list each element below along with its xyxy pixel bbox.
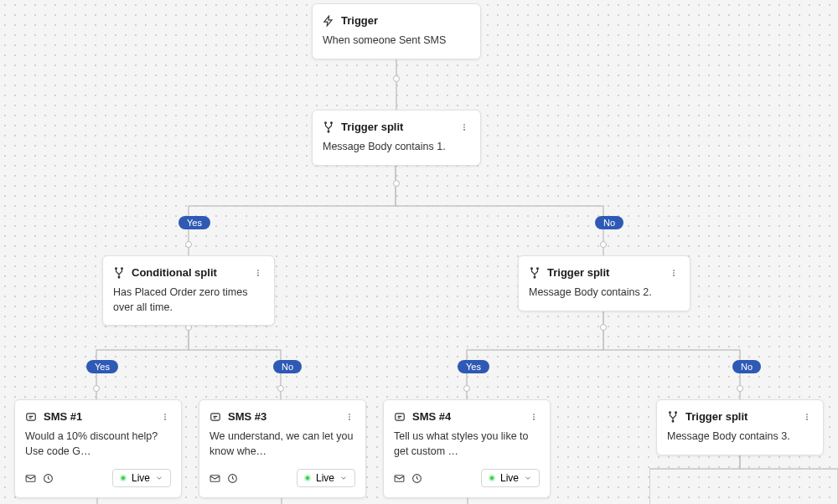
- more-icon[interactable]: [668, 267, 680, 279]
- split-icon: [667, 411, 679, 423]
- sms-icon: [394, 411, 406, 423]
- svg-point-13: [257, 270, 259, 271]
- svg-point-4: [325, 121, 327, 123]
- svg-point-40: [670, 411, 671, 413]
- svg-point-19: [673, 270, 675, 271]
- badge-yes: Yes: [86, 360, 118, 373]
- port: [600, 241, 607, 248]
- more-icon[interactable]: [528, 411, 540, 423]
- svg-point-23: [164, 414, 166, 415]
- svg-point-29: [349, 414, 350, 415]
- svg-point-11: [122, 267, 123, 269]
- svg-point-37: [533, 419, 535, 420]
- chevron-down-icon: [339, 474, 348, 482]
- svg-point-25: [164, 419, 166, 420]
- mail-icon: [25, 473, 36, 484]
- more-icon[interactable]: [458, 121, 470, 133]
- lightning-icon: [323, 15, 334, 27]
- node-desc: Tell us what styles you like to get cust…: [394, 429, 540, 459]
- status-label: Live: [500, 472, 519, 484]
- svg-point-20: [673, 272, 675, 274]
- sms-node[interactable]: SMS #1 Would a 10% discount help? Use co…: [14, 399, 182, 498]
- svg-point-42: [672, 420, 674, 422]
- status-dot: [489, 475, 495, 481]
- more-icon[interactable]: [801, 411, 813, 423]
- node-title: Trigger split: [341, 121, 452, 133]
- svg-point-16: [531, 267, 533, 269]
- node-title: Conditional split: [132, 266, 246, 279]
- svg-point-7: [463, 124, 465, 126]
- split-icon: [323, 121, 334, 133]
- more-icon[interactable]: [344, 411, 355, 423]
- svg-point-8: [463, 126, 465, 128]
- node-title: SMS #1: [44, 410, 153, 423]
- clock-icon: [411, 473, 422, 484]
- connector-split1-branches: [142, 157, 679, 258]
- split-icon: [113, 267, 125, 279]
- trigger-split-node[interactable]: Trigger split Message Body contains 3.: [656, 399, 824, 455]
- svg-point-12: [118, 276, 120, 278]
- status-select[interactable]: Live: [112, 469, 171, 487]
- node-desc: Message Body contains 2.: [529, 285, 680, 301]
- badge-no: No: [273, 360, 302, 373]
- trigger-split-node[interactable]: Trigger split Message Body contains 2.: [518, 255, 691, 311]
- chevron-down-icon: [524, 474, 532, 482]
- node-desc: Message Body contains 1.: [323, 140, 470, 155]
- svg-point-18: [534, 276, 535, 278]
- sms-node[interactable]: SMS #4 Tell us what styles you like to g…: [383, 399, 551, 498]
- badge-no: No: [595, 216, 623, 229]
- svg-point-15: [257, 275, 259, 276]
- port: [463, 385, 470, 392]
- port: [600, 324, 607, 331]
- badge-yes: Yes: [178, 216, 210, 229]
- chevron-down-icon: [155, 474, 163, 482]
- sms-icon: [210, 411, 221, 423]
- badge-yes: Yes: [458, 360, 489, 373]
- more-icon[interactable]: [252, 267, 264, 279]
- mail-icon: [210, 473, 220, 484]
- svg-point-17: [537, 267, 539, 269]
- status-dot: [304, 475, 311, 481]
- svg-point-45: [806, 419, 808, 420]
- sms-node[interactable]: SMS #3 We understand, we can let you kno…: [199, 399, 366, 498]
- svg-point-21: [673, 275, 675, 276]
- port: [393, 75, 400, 82]
- port: [737, 385, 743, 392]
- status-select[interactable]: Live: [297, 469, 355, 487]
- node-title: Trigger: [341, 14, 470, 27]
- svg-point-14: [257, 272, 259, 274]
- status-dot: [120, 475, 127, 481]
- svg-point-31: [349, 419, 350, 420]
- svg-point-35: [533, 414, 535, 415]
- node-title: SMS #3: [228, 410, 337, 423]
- port: [93, 385, 100, 392]
- node-title: Trigger split: [547, 266, 661, 279]
- node-desc: We understand, we can let you know whe…: [210, 429, 355, 459]
- trigger-node[interactable]: Trigger When someone Sent SMS: [312, 3, 481, 59]
- more-icon[interactable]: [159, 411, 171, 423]
- node-desc: Would a 10% discount help? Use code G…: [25, 429, 171, 459]
- node-title: SMS #4: [412, 410, 521, 423]
- svg-point-6: [328, 131, 329, 132]
- svg-point-36: [533, 416, 535, 418]
- svg-point-44: [806, 416, 808, 418]
- node-desc: When someone Sent SMS: [323, 33, 470, 49]
- sms-icon: [25, 411, 37, 423]
- clock-icon: [43, 473, 54, 484]
- node-title: Trigger split: [685, 410, 794, 423]
- status-select[interactable]: Live: [481, 469, 540, 487]
- trigger-split-node[interactable]: Trigger split Message Body contains 1.: [312, 110, 481, 166]
- svg-point-43: [806, 414, 808, 415]
- node-desc: Message Body contains 3.: [667, 429, 813, 445]
- badge-no: No: [732, 360, 761, 373]
- port: [185, 241, 192, 248]
- svg-point-9: [463, 129, 465, 131]
- svg-point-30: [349, 416, 350, 418]
- svg-point-10: [116, 267, 117, 269]
- svg-point-5: [331, 121, 333, 123]
- svg-point-24: [164, 416, 166, 418]
- port: [393, 180, 400, 187]
- port: [277, 385, 284, 392]
- svg-point-41: [675, 411, 677, 413]
- conditional-split-node[interactable]: Conditional split Has Placed Order zero …: [102, 255, 275, 326]
